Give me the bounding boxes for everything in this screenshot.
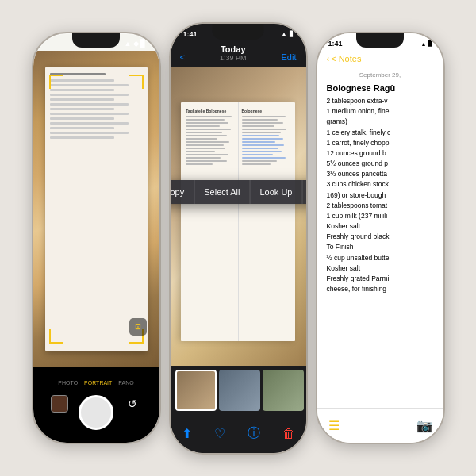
notes-nav-title[interactable]: < Notes xyxy=(331,54,361,63)
notes-line-17: Kosher salt xyxy=(327,263,434,274)
notch-3 xyxy=(356,33,404,48)
corner-tl xyxy=(49,75,63,89)
notes-nav: ‹ < Notes xyxy=(317,51,443,68)
photos-nav: < Today 1:39 PM Edit xyxy=(171,41,306,67)
notes-line-9: 3 cups chicken stock xyxy=(327,179,434,190)
photos-nav-center: Today 1:39 PM xyxy=(220,44,247,62)
photos-title: Today xyxy=(220,44,247,54)
notes-wifi: ▲ xyxy=(421,41,427,47)
book-photo: Tagliatelle Bolognese xyxy=(171,67,306,366)
thumb-4[interactable] xyxy=(306,370,308,411)
share-icon[interactable]: ⬆ xyxy=(182,426,192,441)
notes-list-icon[interactable]: ☰ xyxy=(328,418,340,433)
wifi-icon: ▲ xyxy=(282,31,287,36)
camera-mode-selector[interactable]: PHOTO PORTRAIT PANO xyxy=(58,380,133,386)
camera-book xyxy=(45,67,148,351)
notes-line-2: 1 medium onion, fine xyxy=(327,106,434,117)
notch-1 xyxy=(72,33,120,48)
photos-back-button[interactable]: < xyxy=(180,52,185,62)
notes-line-4: 1 celery stalk, finely c xyxy=(327,128,434,138)
notes-status-time: 1:41 xyxy=(328,40,343,48)
phone-notes: 1:41 ▲ ▊ ‹ < Notes September 29, Bologne… xyxy=(316,32,445,444)
photos-subtitle: 1:39 PM xyxy=(220,54,247,62)
thumbnail-strip[interactable] xyxy=(171,366,306,415)
thumb-1[interactable] xyxy=(175,370,217,411)
camera-icons: ▲ ◆ ▊ xyxy=(125,40,147,48)
thumb-3[interactable] xyxy=(263,370,304,411)
notes-line-19: cheese, for finishing xyxy=(327,284,434,294)
trash-icon[interactable]: 🗑 xyxy=(282,427,295,441)
notes-line-13: Kosher salt xyxy=(327,221,434,232)
corner-tr xyxy=(129,75,144,89)
notes-line-15: To Finish xyxy=(327,242,434,252)
camera-mode-portrait[interactable]: PORTRAIT xyxy=(84,380,112,386)
notes-camera-icon[interactable]: 📷 xyxy=(416,418,432,433)
notes-battery: ▊ xyxy=(428,40,432,47)
notes-line-1: 2 tablespoon extra-v xyxy=(327,96,434,106)
notes-line-3: grams) xyxy=(327,117,434,127)
notes-line-8: 3½ ounces pancetta xyxy=(327,169,434,179)
notch-2 xyxy=(213,24,264,40)
photos-toolbar: ⬆ ♡ ⓘ 🗑 xyxy=(171,415,306,453)
notes-status-icons: ▲ ▊ xyxy=(421,40,432,47)
photos-status-icons: ▲ ▊ xyxy=(282,31,294,37)
notes-back-button[interactable]: ‹ < Notes xyxy=(327,54,362,63)
notes-line-10: 169) or store-bough xyxy=(327,190,434,201)
flip-camera-icon[interactable]: ↺ xyxy=(124,395,141,413)
photo-viewer[interactable]: Tagliatelle Bolognese xyxy=(171,67,306,366)
notes-line-11: 2 tablespoons tomat xyxy=(327,201,434,211)
phone-photos: 1:41 ▲ ▊ < Today 1:39 PM Edit Tagliatell… xyxy=(169,22,308,455)
book-right-page: Bolognese xyxy=(239,102,295,342)
camera-thumbnail[interactable] xyxy=(51,395,68,413)
corner-bl xyxy=(49,329,63,344)
live-text-icon[interactable]: ⊡ xyxy=(129,318,147,336)
phone-camera: ▲ ◆ ▊ ⊡ xyxy=(32,32,161,444)
camera-viewfinder[interactable]: ⊡ xyxy=(33,51,159,367)
notes-screen: 1:41 ▲ ▊ ‹ < Notes September 29, Bologne… xyxy=(317,33,443,443)
notes-line-6: 12 ounces ground b xyxy=(327,148,434,159)
notes-content: September 29, Bolognese Ragù 2 tablespoo… xyxy=(317,68,443,408)
context-look-up[interactable]: Look Up xyxy=(250,180,302,204)
notes-date: September 29, xyxy=(327,71,434,79)
photos-screen: 1:41 ▲ ▊ < Today 1:39 PM Edit Tagliatell… xyxy=(171,24,306,453)
thumb-2[interactable] xyxy=(219,370,260,411)
camera-controls: PHOTO PORTRAIT PANO ↺ xyxy=(33,367,159,443)
notes-line-12: 1 cup milk (237 milili xyxy=(327,211,434,221)
context-copy[interactable]: Copy xyxy=(171,180,195,204)
photos-status-time: 1:41 xyxy=(183,30,198,38)
camera-mode-pano[interactable]: PANO xyxy=(118,380,133,386)
notes-line-18: Freshly grated Parmi xyxy=(327,274,434,284)
book-left-page: Tagliatelle Bolognese xyxy=(181,102,238,342)
notes-bottom-toolbar: ☰ 📷 xyxy=(317,408,443,443)
right-page-title: Bolognese xyxy=(242,109,290,113)
info-icon[interactable]: ⓘ xyxy=(248,425,260,442)
context-menu[interactable]: Copy Select All Look Up ▶ xyxy=(171,180,306,204)
left-page-title: Tagliatelle Bolognese xyxy=(186,109,234,113)
camera-mode-photo[interactable]: PHOTO xyxy=(58,380,78,386)
notes-line-5: 1 carrot, finely chopp xyxy=(327,138,434,148)
shutter-button[interactable] xyxy=(79,395,113,430)
notes-line-14: Freshly ground black xyxy=(327,232,434,242)
context-select-all[interactable]: Select All xyxy=(194,180,250,204)
camera-bottom-row: ↺ xyxy=(33,395,159,430)
heart-icon[interactable]: ♡ xyxy=(214,426,225,441)
notes-line-16: ½ cup unsalted butte xyxy=(327,253,434,263)
book-photo-pages: Tagliatelle Bolognese xyxy=(181,102,295,342)
battery-icon: ▊ xyxy=(290,31,294,37)
notes-line-7: 5½ ounces ground p xyxy=(327,159,434,169)
notes-recipe-title: Bolognese Ragù xyxy=(327,83,434,93)
photos-edit-button[interactable]: Edit xyxy=(282,52,297,62)
back-chevron-icon: ‹ xyxy=(327,54,330,63)
context-menu-arrow[interactable]: ▶ xyxy=(302,180,305,203)
